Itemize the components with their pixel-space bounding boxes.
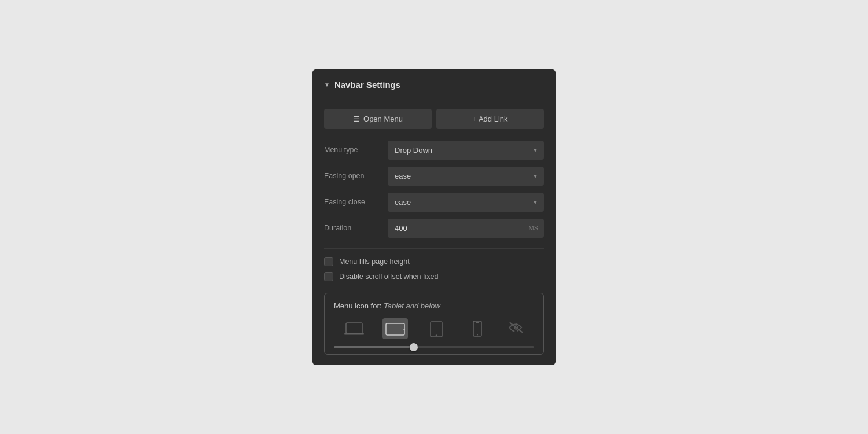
svg-rect-2 bbox=[386, 323, 404, 335]
easing-open-select[interactable]: ease ease-in ease-out linear bbox=[388, 167, 544, 186]
duration-row: Duration MS bbox=[324, 219, 544, 238]
menu-type-row: Menu type Drop Down Slide Out Overlay ▼ bbox=[324, 141, 544, 160]
svg-rect-1 bbox=[344, 333, 364, 335]
easing-open-select-wrap: ease ease-in ease-out linear ▼ bbox=[388, 167, 544, 186]
easing-close-row: Easing close ease ease-in ease-out linea… bbox=[324, 193, 544, 212]
duration-label: Duration bbox=[324, 224, 382, 232]
disable-scroll-label: Disable scroll offset when fixed bbox=[339, 273, 438, 281]
svg-rect-8 bbox=[476, 322, 479, 323]
menu-fills-checkbox[interactable] bbox=[324, 257, 333, 266]
disable-scroll-row: Disable scroll offset when fixed bbox=[324, 272, 544, 281]
menu-icon-title: Menu icon for: Tablet and below bbox=[334, 301, 534, 310]
menu-lines-icon: ☰ bbox=[353, 115, 360, 123]
menu-fills-row: Menu fills page height bbox=[324, 257, 544, 266]
easing-close-select-wrap: ease ease-in ease-out linear ▼ bbox=[388, 193, 544, 212]
svg-rect-6 bbox=[473, 321, 481, 336]
menu-type-select[interactable]: Drop Down Slide Out Overlay bbox=[388, 141, 544, 160]
open-menu-button[interactable]: ☰ Open Menu bbox=[324, 109, 432, 129]
svg-rect-4 bbox=[431, 322, 442, 337]
device-icons-row bbox=[334, 318, 534, 339]
phone-icon-button[interactable] bbox=[465, 318, 490, 339]
action-buttons: ☰ Open Menu + Add Link bbox=[324, 109, 544, 129]
add-link-label: + Add Link bbox=[472, 115, 507, 123]
panel-title: Navbar Settings bbox=[334, 80, 400, 90]
disable-scroll-checkbox[interactable] bbox=[324, 272, 333, 281]
tablet-portrait-icon bbox=[426, 321, 447, 337]
tablet-landscape-icon bbox=[385, 321, 406, 337]
svg-point-3 bbox=[403, 328, 404, 329]
tablet-portrait-icon-button[interactable] bbox=[424, 318, 449, 339]
easing-open-row: Easing open ease ease-in ease-out linear… bbox=[324, 167, 544, 186]
add-link-button[interactable]: + Add Link bbox=[436, 109, 544, 129]
menu-type-select-wrap: Drop Down Slide Out Overlay ▼ bbox=[388, 141, 544, 160]
divider bbox=[324, 248, 544, 249]
panel-body: ☰ Open Menu + Add Link Menu type Drop Do… bbox=[312, 98, 556, 365]
svg-point-5 bbox=[436, 334, 437, 336]
eye-slash-icon bbox=[508, 321, 524, 334]
hide-icon-button[interactable] bbox=[506, 318, 527, 339]
svg-rect-0 bbox=[346, 323, 362, 333]
tablet-landscape-icon-button[interactable] bbox=[382, 318, 408, 339]
easing-close-select[interactable]: ease ease-in ease-out linear bbox=[388, 193, 544, 212]
device-slider-track[interactable] bbox=[334, 346, 534, 348]
navbar-settings-panel: ▼ Navbar Settings ☰ Open Menu + Add Link… bbox=[312, 69, 556, 365]
easing-close-label: Easing close bbox=[324, 198, 382, 206]
panel-header: ▼ Navbar Settings bbox=[312, 69, 556, 98]
menu-type-label: Menu type bbox=[324, 146, 382, 154]
menu-icon-section: Menu icon for: Tablet and below bbox=[324, 293, 544, 355]
slider-fill bbox=[334, 346, 414, 348]
svg-point-7 bbox=[477, 334, 478, 335]
collapse-icon[interactable]: ▼ bbox=[324, 82, 330, 88]
duration-input[interactable] bbox=[388, 219, 544, 238]
laptop-icon bbox=[344, 321, 365, 337]
easing-open-label: Easing open bbox=[324, 172, 382, 180]
menu-fills-label: Menu fills page height bbox=[339, 258, 410, 266]
open-menu-label: Open Menu bbox=[363, 115, 403, 123]
phone-icon bbox=[467, 321, 488, 337]
menu-icon-title-em: Tablet and below bbox=[384, 301, 440, 310]
duration-input-wrap: MS bbox=[388, 219, 544, 238]
menu-icon-title-text: Menu icon for: bbox=[334, 301, 381, 310]
slider-thumb[interactable] bbox=[410, 343, 418, 351]
device-slider-row bbox=[334, 346, 534, 348]
laptop-icon-button[interactable] bbox=[341, 318, 367, 339]
